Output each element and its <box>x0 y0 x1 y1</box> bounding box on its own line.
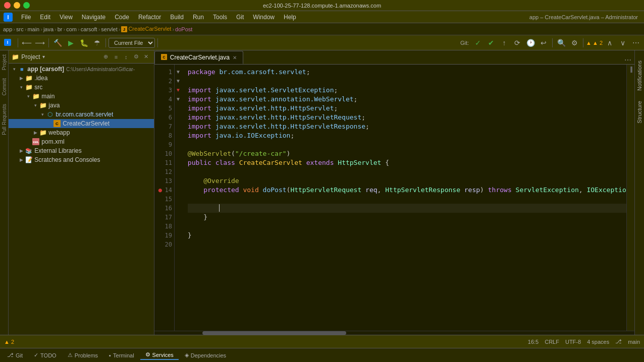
locate-file-button[interactable]: ⊕ <box>101 52 111 62</box>
branch-name[interactable]: main <box>628 339 640 345</box>
tab-dependencies[interactable]: ◈ Dependencies <box>180 351 231 359</box>
bc-com[interactable]: com <box>66 26 77 32</box>
tree-item-java[interactable]: ▾ 📁 java <box>9 101 154 110</box>
pull-requests-panel-toggle[interactable]: Pull Requests <box>2 100 7 139</box>
tree-item-package[interactable]: ▾ ⬡ br.com.carsoft.servlet <box>9 110 154 119</box>
notifications-panel-toggle[interactable]: Notifications <box>635 55 643 96</box>
bc-app[interactable]: app <box>3 26 12 32</box>
problems-tab-icon: ⚠ <box>68 352 73 358</box>
menu-run[interactable]: Run <box>189 13 208 22</box>
tab-todo[interactable]: ✓ TODO <box>29 351 62 359</box>
menu-view[interactable]: View <box>56 13 77 22</box>
tree-item-webapp[interactable]: ▶ 📁 webapp <box>9 128 154 137</box>
expand-down[interactable]: ∨ <box>617 37 629 49</box>
bc-file[interactable]: JCreateCarServlet <box>121 26 171 32</box>
menu-git[interactable]: Git <box>232 13 248 22</box>
menu-code[interactable]: Code <box>111 13 133 22</box>
project-icon: I <box>2 38 13 48</box>
tree-item-app[interactable]: ▾ ■ app [carsoft] C:\Users\Administrator… <box>9 65 154 74</box>
ln-4: 4 <box>156 95 172 104</box>
collapse-all-button[interactable]: ≡ <box>112 52 121 62</box>
tab-more-button[interactable]: ⋯ <box>621 56 634 64</box>
tree-item-idea[interactable]: ▶ 📁 .idea <box>9 74 154 83</box>
menu-build[interactable]: Build <box>166 13 188 22</box>
settings-button[interactable]: ⚙ <box>568 37 580 49</box>
commit-panel-toggle[interactable]: Commit <box>2 74 7 99</box>
project-dropdown-arrow[interactable]: ▾ <box>42 54 45 59</box>
menu-edit[interactable]: Edit <box>36 13 55 22</box>
search-button[interactable]: 🔍 <box>555 37 567 49</box>
ln-10: 10 <box>156 149 172 158</box>
tab-close-button[interactable]: ✕ <box>233 55 237 61</box>
menu-file[interactable]: File <box>17 13 35 22</box>
git-history-button[interactable]: 🕐 <box>524 37 536 49</box>
git-push-button[interactable]: ↑ <box>498 37 510 49</box>
minimap-toggle[interactable]: ▐ <box>627 65 634 72</box>
bc-carsoft[interactable]: carsoft <box>81 26 97 32</box>
line-ending[interactable]: CRLF <box>545 339 559 345</box>
svg-text:C: C <box>56 122 59 126</box>
tree-arrow-main: ▾ <box>25 94 32 99</box>
code-line-17: } <box>188 213 626 222</box>
tree-item-scratches[interactable]: ▶ 📝 Scratches and Consoles <box>9 155 154 164</box>
menu-refactor[interactable]: Refactor <box>134 13 165 22</box>
debug-button[interactable]: 🐛 <box>78 37 90 49</box>
fold-imports[interactable]: ▼ <box>175 68 182 77</box>
build-button[interactable]: 🔨 <box>51 37 64 49</box>
menu-window[interactable]: Window <box>249 13 279 22</box>
bc-java[interactable]: java <box>43 26 53 32</box>
settings-gear[interactable]: ⚙ <box>132 52 141 62</box>
fold-method[interactable]: ▼ <box>175 86 182 95</box>
undo-button[interactable]: ↩ <box>538 37 550 49</box>
code-line-9 <box>188 140 626 149</box>
code-content[interactable]: package br.com.carsoft.servlet; import j… <box>182 65 626 331</box>
warnings-badge[interactable]: ▲ ▲ 2 <box>586 40 603 46</box>
tree-item-src[interactable]: ▾ 📁 src <box>9 83 154 92</box>
tree-item-pom[interactable]: XML pom.xml <box>9 137 154 146</box>
indent[interactable]: 4 spaces <box>587 339 609 345</box>
tab-git[interactable]: ⎇ Git <box>2 351 28 359</box>
tab-createcarservlet[interactable]: C CreateCarServlet.java ✕ <box>154 51 243 64</box>
git-check-button[interactable]: ✓ <box>472 37 484 49</box>
tree-item-external[interactable]: ▶ 📚 External Libraries <box>9 146 154 155</box>
bc-method[interactable]: doPost <box>175 26 192 32</box>
close-panel-button[interactable]: ✕ <box>142 52 151 62</box>
more-options[interactable]: ⋯ <box>630 37 642 49</box>
minimize-button[interactable] <box>14 2 20 9</box>
cursor-position[interactable]: 16:5 <box>528 339 539 345</box>
encoding[interactable]: UTF-8 <box>565 339 581 345</box>
horizontal-scrollbar[interactable] <box>154 331 634 335</box>
right-side-labels: Notifications Structure <box>634 50 644 335</box>
run-button[interactable]: ▶ <box>65 37 77 49</box>
expand-up[interactable]: ∧ <box>604 37 616 49</box>
code-line-16[interactable] <box>188 204 626 213</box>
sort-button[interactable]: ↕ <box>122 52 131 62</box>
tree-item-main[interactable]: ▾ 📁 main <box>9 92 154 101</box>
bc-src[interactable]: src <box>16 26 24 32</box>
tab-terminal[interactable]: ▪ Terminal <box>104 351 139 359</box>
bc-servlet[interactable]: servlet <box>101 26 117 32</box>
close-button[interactable] <box>4 2 11 9</box>
h-scroll-thumb[interactable] <box>202 331 346 335</box>
forward-button[interactable]: ⟶ <box>34 37 46 49</box>
menu-tools[interactable]: Tools <box>209 13 231 22</box>
bc-br[interactable]: br <box>58 26 63 32</box>
project-panel-toggle[interactable]: Project <box>2 50 7 74</box>
tab-services[interactable]: ⚙ Services <box>140 350 179 360</box>
git-update-button[interactable]: ⟳ <box>511 37 523 49</box>
tab-problems[interactable]: ⚠ Problems <box>63 351 103 359</box>
tree-item-createcarservlet[interactable]: C CreateCarServlet <box>9 119 154 128</box>
fold-class[interactable]: ▼ <box>175 77 182 86</box>
maximize-button[interactable] <box>23 2 30 9</box>
menu-navigate[interactable]: Navigate <box>78 13 110 22</box>
svg-text:I: I <box>7 40 9 45</box>
coverage-button[interactable]: ☂ <box>91 37 103 49</box>
fold-method-close[interactable]: ▼ <box>175 95 182 104</box>
git-commit-button[interactable]: ✔ <box>485 37 497 49</box>
structure-panel-toggle[interactable]: Structure <box>635 96 643 129</box>
back-button[interactable]: ⟵ <box>21 37 33 49</box>
bc-main[interactable]: main <box>27 26 39 32</box>
run-config-dropdown[interactable]: Current File <box>109 38 155 48</box>
status-warnings[interactable]: ▲ 2 <box>4 339 14 345</box>
menu-help[interactable]: Help <box>280 13 300 22</box>
